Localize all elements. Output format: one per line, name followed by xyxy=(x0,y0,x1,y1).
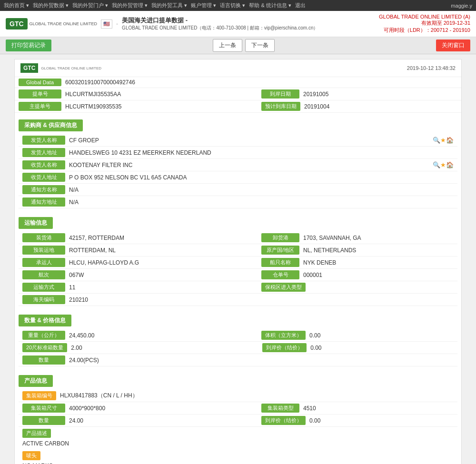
transport-label: 运输方式 xyxy=(22,283,65,292)
product-price-value: 0.00 xyxy=(309,417,320,424)
toolbar-left: 打印贸易记录 xyxy=(6,39,51,51)
sender-search-icon[interactable]: 🔍 xyxy=(433,137,440,144)
carrier-value: HLCU, HAPAG-LLOYD A.G xyxy=(69,259,261,266)
print-button[interactable]: 打印贸易记录 xyxy=(6,39,51,51)
qty-row: 数量 24.00(PCS) xyxy=(19,354,457,366)
notify-addr-label: 通知方地址 xyxy=(22,197,65,207)
nav-account[interactable]: 账户管理 ▾ xyxy=(191,2,216,9)
toolbar-center: 上一条 下一条 xyxy=(213,39,275,52)
nav-home[interactable]: 我的首页 ▾ xyxy=(4,2,29,9)
global-data-row: Global Data 6003201910070000492746 xyxy=(15,77,461,88)
departure-label: 装货港 xyxy=(22,233,65,242)
quantity-price-section: 数量 & 价格信息 重量（公斤） 24,450.00 体积（立方米） 0.00 … xyxy=(15,308,461,368)
master-bill-value: HLCURTM190935535 xyxy=(65,103,261,110)
pre-ship-row: 预装运地 ROTTERDAM, NL 原产国/地区 NL, NETHERLAND… xyxy=(19,244,457,257)
doc-timestamp: 2019-10-12 13:48:32 xyxy=(407,65,456,71)
sender-name-row: 发货人名称 CF GROEP 🔍 ★ 🏠 xyxy=(19,134,457,147)
weight-label: 重量（公斤） xyxy=(22,331,65,340)
nav-logout[interactable]: 退出 xyxy=(295,2,306,9)
header-right: GLOBAL TRADE ONLINE LIMITED (A) 有效期至 201… xyxy=(379,14,470,34)
ftz-label: 保税区进入类型 xyxy=(261,283,306,292)
close-button[interactable]: 关闭窗口 xyxy=(436,39,470,51)
departure-row: 装货港 42157, ROTTERDAM 卸货港 1703, SAVANNAH,… xyxy=(19,232,457,244)
warehouse-group: 仓单号 000001 xyxy=(261,270,454,279)
product-qty-value: 24.00 xyxy=(69,417,261,424)
receiver-search-icon[interactable]: 🔍 xyxy=(433,161,440,168)
destination-label: 卸货港 xyxy=(261,233,299,242)
nav-help[interactable]: 帮助 & 统计信息 ▾ xyxy=(249,2,291,9)
product-qty-row: 数量 24.00 到岸价（结价） 0.00 xyxy=(19,415,457,427)
weight-row: 重量（公斤） 24,450.00 体积（立方米） 0.00 xyxy=(19,329,457,342)
receiver-addr-label: 收货人地址 xyxy=(22,173,65,182)
doc-logo-sub: GLOBAL TRADE ONLINE LIMITED xyxy=(41,66,101,70)
notify-addr-row: 通知方地址 N/A xyxy=(19,196,457,208)
logo-icon: GTC xyxy=(6,18,28,30)
carrier-row: 承运人 HLCU, HAPAG-LLOYD A.G 船只名称 NYK DENEB xyxy=(19,257,457,269)
destination-value: 1703, SAVANNAH, GA xyxy=(303,235,361,241)
sender-name-label: 发货人名称 xyxy=(22,136,65,145)
container-type-group: 集装箱类型 4510 xyxy=(261,404,454,413)
transport-value: 11 xyxy=(69,284,261,291)
arrival-group: 到岸日期 20191005 xyxy=(261,89,457,99)
pre-ship-label: 预装运地 xyxy=(22,246,65,255)
origin-label: 原产国/地区 xyxy=(261,246,299,255)
voyage-row: 航次 067W 仓单号 000001 xyxy=(19,269,457,281)
sender-addr-value: HANDELSWEG 10 4231 EZ MEERKERK NEDERLAND xyxy=(69,149,454,156)
shipping-title: 运输信息 xyxy=(19,217,53,229)
arrive-price-value: 0.00 xyxy=(310,345,321,351)
receiver-name-row: 收货人名称 KOOTENAY FILTER INC 🔍 ★ 🏠 xyxy=(19,159,457,171)
receiver-addr-value: P O BOX 952 NELSON BC V1L 6A5 CANADA xyxy=(69,174,454,181)
toolbar-top: 打印贸易记录 上一条 下一条 关闭窗口 xyxy=(0,37,476,54)
customs-row: 海关编码 210210 xyxy=(19,294,457,306)
container-type-label: 集装箱类型 xyxy=(261,404,299,413)
nav-lang[interactable]: 语言切换 ▾ xyxy=(220,2,245,9)
notify-name-value: N/A xyxy=(69,187,454,193)
container-type-value: 4510 xyxy=(303,405,316,412)
nav-manage[interactable]: 我的外贸管理 ▾ xyxy=(112,2,148,9)
qty-value: 24.00(PCS) xyxy=(69,357,454,364)
product-qty-label: 数量 xyxy=(22,416,65,425)
receiver-home-icon[interactable]: 🏠 xyxy=(446,161,454,168)
nav-links[interactable]: 我的首页 ▾ 我的外贸数据 ▾ 我的外贸门户 ▾ 我的外贸管理 ▾ 我的外贸工具… xyxy=(4,2,308,9)
sender-star-icon[interactable]: ★ xyxy=(440,137,446,144)
estimated-group: 预计到库日期 20191004 xyxy=(261,102,457,111)
nav-trade-data[interactable]: 我的外贸数据 ▾ xyxy=(33,2,69,9)
sender-name-value: CF GROEP xyxy=(69,137,433,144)
container20-value: 2.00 xyxy=(71,345,262,351)
arrive-price-label: 到岸价（结价） xyxy=(262,343,307,352)
receiver-star-icon[interactable]: ★ xyxy=(440,161,446,168)
departure-value: 42157, ROTTERDAM xyxy=(69,235,261,241)
content: GTC GLOBAL TRADE ONLINE LIMITED 2019-10-… xyxy=(0,54,476,464)
container20-row: 20尺标准箱数量 2.00 到岸价（结价） 0.00 xyxy=(19,342,457,354)
toolbar-right: 关闭窗口 xyxy=(436,39,470,51)
master-bill-row: 主提单号 HLCURTM190935535 预计到库日期 20191004 xyxy=(15,100,461,113)
sender-home-icon[interactable]: 🏠 xyxy=(446,137,454,144)
doc-logo-icon: GTC xyxy=(20,63,38,73)
global-data-value: 6003201910070000492746 xyxy=(65,79,457,86)
next-button[interactable]: 下一条 xyxy=(245,39,275,52)
product-section: 产品信息 集装箱编号 HLXU8417883（CN / L / HH） 集装箱尺… xyxy=(15,368,461,464)
prev-button[interactable]: 上一条 xyxy=(213,39,242,52)
top-nav: 我的首页 ▾ 我的外贸数据 ▾ 我的外贸门户 ▾ 我的外贸管理 ▾ 我的外贸工具… xyxy=(0,0,476,11)
global-data-label: Global Data xyxy=(19,79,61,86)
product-title: 产品信息 xyxy=(19,375,53,387)
doc-header: GTC GLOBAL TRADE ONLINE LIMITED 2019-10-… xyxy=(15,59,461,77)
nav-tools[interactable]: 我的外贸工具 ▾ xyxy=(151,2,187,9)
notify-name-row: 通知方名称 N/A xyxy=(19,184,457,196)
volume-value: 0.00 xyxy=(309,332,320,339)
bill-label: 提单号 xyxy=(19,89,61,99)
product-price-label: 到岸价（结价） xyxy=(261,416,306,425)
destination-group: 卸货港 1703, SAVANNAH, GA xyxy=(261,233,454,242)
container-size-row: 集装箱尺寸 4000*900*800 集装箱类型 4510 xyxy=(19,402,457,415)
master-bill-label: 主提单号 xyxy=(19,102,61,111)
product-price-group: 到岸价（结价） 0.00 xyxy=(261,416,454,425)
page-title: 美国海关进口提单数据 - xyxy=(122,16,318,25)
sender-addr-label: 发货人地址 xyxy=(22,148,65,157)
vessel-label: 船只名称 xyxy=(261,258,299,267)
container-size-label: 集装箱尺寸 xyxy=(22,404,65,413)
nav-portal[interactable]: 我的外贸门户 ▾ xyxy=(72,2,108,9)
customs-label: 海关编码 xyxy=(22,295,65,304)
receiver-name-label: 收货人名称 xyxy=(22,160,65,169)
origin-group: 原产国/地区 NL, NETHERLANDS xyxy=(261,246,454,255)
shipping-section: 运输信息 装货港 42157, ROTTERDAM 卸货港 1703, SAVA… xyxy=(15,210,461,308)
